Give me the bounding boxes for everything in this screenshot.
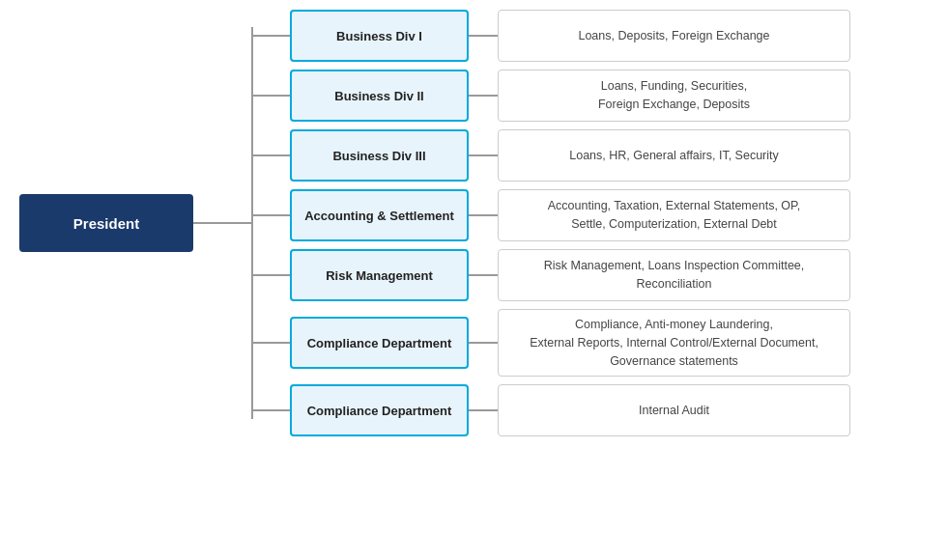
detail-box-risk: Risk Management, Loans Inspection Commit… (498, 249, 850, 301)
dept-box-acc: Accounting & Settlement (290, 189, 469, 241)
detail-h-connector (469, 342, 498, 344)
dept-box-biz1: Business Div I (290, 10, 469, 62)
dept-box-comp2: Compliance Department (290, 384, 469, 436)
detail-box-comp2: Internal Audit (498, 384, 850, 436)
branch-row: Compliance DepartmentCompliance, Anti-mo… (251, 309, 850, 377)
detail-h-connector (469, 214, 498, 216)
branch-h-connector (251, 154, 290, 156)
detail-box-biz1: Loans, Deposits, Foreign Exchange (498, 10, 850, 62)
detail-h-connector (469, 154, 498, 156)
branches-col: Business Div ILoans, Deposits, Foreign E… (251, 10, 850, 436)
president-connector (193, 222, 251, 224)
branch-row: Accounting & SettlementAccounting, Taxat… (251, 189, 850, 241)
branch-row: Business Div IIILoans, HR, General affai… (251, 129, 850, 182)
detail-h-connector (469, 95, 498, 97)
detail-box-biz2: Loans, Funding, Securities,Foreign Excha… (498, 70, 850, 122)
president-col: President (19, 194, 251, 252)
dept-box-biz2: Business Div II (290, 70, 469, 122)
branch-row: Business Div IILoans, Funding, Securitie… (251, 70, 850, 122)
branch-h-connector (251, 35, 290, 37)
dept-box-comp1: Compliance Department (290, 317, 469, 369)
detail-h-connector (469, 409, 498, 411)
detail-box-comp1: Compliance, Anti-money Laundering,Extern… (498, 309, 850, 377)
branch-h-connector (251, 274, 290, 276)
branch-h-connector (251, 95, 290, 97)
detail-h-connector (469, 274, 498, 276)
president-label: President (73, 215, 139, 232)
branch-row: Risk ManagementRisk Management, Loans In… (251, 249, 850, 301)
dept-box-biz3: Business Div III (290, 129, 469, 182)
branch-h-connector (251, 214, 290, 216)
org-chart: President Business Div ILoans, Deposits,… (0, 0, 947, 446)
detail-box-biz3: Loans, HR, General affairs, IT, Security (498, 129, 850, 182)
branch-row: Compliance DepartmentInternal Audit (251, 384, 850, 436)
branch-h-connector (251, 409, 290, 411)
dept-box-risk: Risk Management (290, 249, 469, 301)
detail-box-acc: Accounting, Taxation, External Statement… (498, 189, 850, 241)
branch-row: Business Div ILoans, Deposits, Foreign E… (251, 10, 850, 62)
detail-h-connector (469, 35, 498, 37)
president-box: President (19, 194, 193, 252)
branch-h-connector (251, 342, 290, 344)
